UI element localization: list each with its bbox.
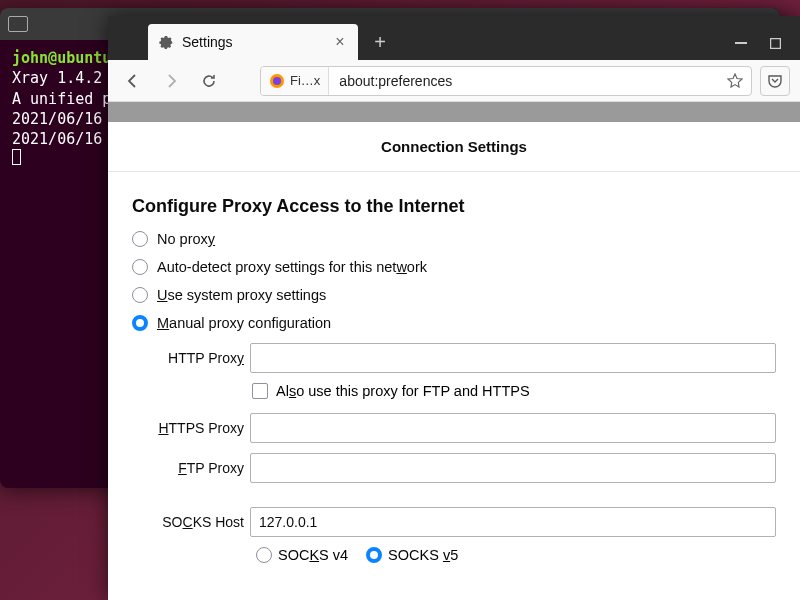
radio-socks5[interactable]: SOCKS v5 — [366, 547, 458, 563]
http-proxy-input[interactable] — [250, 343, 776, 373]
checkbox-label: Also use this proxy for FTP and HTTPS — [276, 383, 530, 399]
content-area: Connection Settings Configure Proxy Acce… — [108, 102, 800, 600]
maximize-button[interactable] — [768, 36, 782, 50]
http-proxy-label: HTTP Proxy — [132, 350, 250, 366]
radio-no-proxy[interactable]: No proxy — [132, 231, 776, 247]
radio-icon — [366, 547, 382, 563]
bookmark-star-icon[interactable] — [719, 73, 751, 89]
tab-bar: Settings × + — [108, 16, 800, 60]
section-title: Configure Proxy Access to the Internet — [132, 196, 776, 217]
https-proxy-label: HTTPS Proxy — [132, 420, 250, 436]
https-proxy-input[interactable] — [250, 413, 776, 443]
gear-icon — [158, 34, 174, 50]
close-icon[interactable]: × — [332, 34, 348, 50]
radio-system-proxy[interactable]: Use system proxy settings — [132, 287, 776, 303]
minimize-button[interactable] — [734, 36, 748, 50]
firefox-icon — [269, 73, 285, 89]
socks-host-input[interactable] — [250, 507, 776, 537]
tab-settings[interactable]: Settings × — [148, 24, 358, 60]
checkbox-icon — [252, 383, 268, 399]
ftp-proxy-input[interactable] — [250, 453, 776, 483]
terminal-icon — [8, 16, 28, 32]
back-button[interactable] — [118, 66, 148, 96]
url-bar[interactable]: Fi…x about:preferences — [260, 66, 752, 96]
forward-button[interactable] — [156, 66, 186, 96]
url-text: about:preferences — [329, 73, 719, 89]
svg-rect-0 — [735, 42, 747, 44]
radio-label: No proxy — [157, 231, 215, 247]
radio-label: SOCKS v5 — [388, 547, 458, 563]
nav-toolbar: Fi…x about:preferences — [108, 60, 800, 102]
radio-icon — [132, 259, 148, 275]
radio-icon — [256, 547, 272, 563]
radio-label: Use system proxy settings — [157, 287, 326, 303]
ftp-proxy-label: FTP Proxy — [132, 460, 250, 476]
svg-rect-1 — [770, 38, 780, 48]
new-tab-button[interactable]: + — [366, 28, 394, 56]
radio-socks4[interactable]: SOCKS v4 — [256, 547, 348, 563]
identity-text: Fi…x — [290, 73, 320, 88]
site-identity[interactable]: Fi…x — [261, 67, 329, 95]
radio-label: SOCKS v4 — [278, 547, 348, 563]
tab-title: Settings — [182, 34, 324, 50]
reload-button[interactable] — [194, 66, 224, 96]
socks-host-label: SOCKS Host — [132, 514, 250, 530]
radio-label: Manual proxy configuration — [157, 315, 331, 331]
radio-label: Auto-detect proxy settings for this netw… — [157, 259, 427, 275]
radio-icon — [132, 231, 148, 247]
terminal-cursor — [12, 149, 21, 165]
radio-auto-detect[interactable]: Auto-detect proxy settings for this netw… — [132, 259, 776, 275]
radio-icon — [132, 315, 148, 331]
terminal-titlebar-left — [8, 16, 28, 32]
radio-manual-proxy[interactable]: Manual proxy configuration — [132, 315, 776, 331]
also-use-checkbox-row[interactable]: Also use this proxy for FTP and HTTPS — [252, 383, 776, 399]
dialog-overlay-bar — [108, 102, 800, 122]
radio-icon — [132, 287, 148, 303]
pocket-button[interactable] — [760, 66, 790, 96]
terminal-prompt: john@ubuntu — [12, 49, 111, 67]
svg-point-3 — [273, 77, 281, 85]
dialog-title: Connection Settings — [108, 122, 800, 172]
firefox-window: Settings × + Fi…x about:preferences Conn… — [108, 16, 800, 600]
